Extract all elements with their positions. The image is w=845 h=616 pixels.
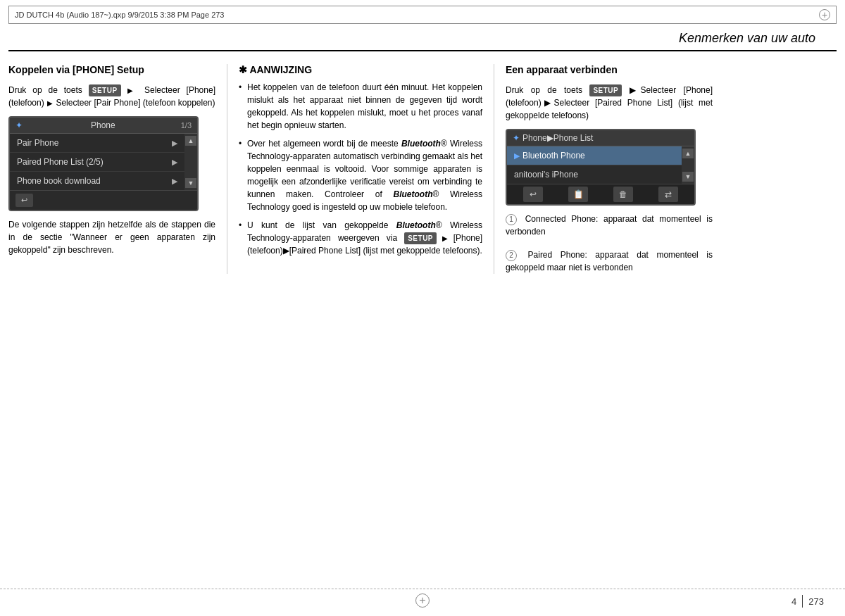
left-arrow2: ▶ [47, 99, 53, 107]
right-transfer-btn[interactable]: ⇄ [658, 187, 678, 202]
row-text-iphone: anitooni's iPhone [514, 170, 675, 180]
left-screen-rows: Pair Phone ▶ Paired Phone List (2/5) ▶ P… [10, 134, 184, 190]
left-screen-bluetooth-icon: ✦ [15, 120, 23, 130]
legend-text-2: Paired Phone: apparaat dat momenteel is … [506, 250, 713, 272]
right-setup-badge: SETUP [589, 84, 622, 96]
legend-badge-2: 2 [506, 250, 517, 261]
right-screen-rows: ▶ Bluetooth Phone anitooni's iPhone [507, 146, 682, 184]
bullet-2-text: Over het algemeen wordt bij de meeste Bl… [247, 139, 482, 212]
page-section: 4 [791, 596, 796, 607]
left-back-btn[interactable]: ↩ [15, 194, 33, 207]
row-text-bluetooth-phone: Bluetooth Phone [522, 151, 675, 161]
left-screen-footer: ↩ [10, 190, 197, 210]
page-num: 273 [808, 596, 824, 607]
bullet-list: Het koppelen van de telefoon duurt één m… [239, 81, 482, 257]
row-arrow-paired-list: ▶ [172, 158, 177, 167]
header-crosshair [819, 9, 830, 20]
right-scroll-down-btn[interactable]: ▼ [682, 172, 694, 182]
right-screen-body: ▶ Bluetooth Phone anitooni's iPhone ▲ ▼ [507, 146, 694, 184]
screen-row-pair-phone: Pair Phone ▶ [10, 134, 184, 153]
page-number-area: 4 273 [791, 595, 824, 608]
page-title-text: Kenmerken van uw auto [679, 31, 815, 45]
row-text-paired-list: Paired Phone List (2/5) [17, 157, 172, 167]
left-scroll-bar: ▲ ▼ [184, 134, 197, 190]
right-back-btn[interactable]: ↩ [523, 187, 543, 202]
right-screen-header: ✦ Phone▶Phone List [507, 130, 694, 146]
left-screen-title: Phone [91, 120, 115, 130]
scroll-up-btn[interactable]: ▲ [185, 136, 196, 146]
page-divider [802, 595, 803, 608]
left-screen-header: ✦ Phone 1/3 [10, 118, 197, 134]
left-screen-body: Pair Phone ▶ Paired Phone List (2/5) ▶ P… [10, 134, 197, 190]
right-section-title: Een apparaat verbinden [506, 64, 713, 75]
left-screen-pagenum: 1/3 [181, 121, 192, 130]
right-copy-btn[interactable]: 📋 [568, 187, 588, 202]
row-text-phonebook: Phone book download [17, 176, 172, 186]
center-column: ✱ AANWIJZING Het koppelen van de telefoo… [227, 64, 494, 274]
footer-crosshair: + [415, 593, 430, 608]
screen-row-phonebook: Phone book download ▶ [10, 172, 184, 190]
right-scroll-up-btn[interactable]: ▲ [682, 149, 694, 158]
left-setup-badge: SETUP [89, 84, 121, 96]
right-legend: 1 Connected Phone: apparaat dat momentee… [506, 213, 713, 274]
right-delete-btn[interactable]: 🗑 [613, 187, 633, 202]
screen-row-bluetooth-phone: ▶ Bluetooth Phone [507, 146, 682, 165]
note-box: ✱ AANWIJZING Het koppelen van de telefoo… [239, 64, 482, 257]
right-screen-mockup: ✦ Phone▶Phone List ▶ Bluetooth Phone ani… [506, 129, 696, 206]
page-title: Kenmerken van uw auto [8, 24, 837, 51]
left-arrow1: ▶ [127, 87, 137, 94]
right-screen-title: Phone▶Phone List [522, 133, 593, 143]
bullet-3-text: U kunt de lijst van gekoppelde Bluetooth… [247, 220, 482, 256]
legend-badge-1: 1 [506, 214, 517, 225]
left-column: Koppelen via [PHONE] Setup Druk op de to… [8, 64, 227, 274]
bullet-1: Het koppelen van de telefoon duurt één m… [239, 81, 482, 132]
left-screen-mockup: ✦ Phone 1/3 Pair Phone ▶ Paired Phone Li… [8, 116, 199, 211]
footer-crosshair-area: + [415, 593, 430, 608]
right-screen-footer: ↩ 📋 🗑 ⇄ [507, 184, 694, 204]
bullet-3: U kunt de lijst van gekoppelde Bluetooth… [239, 219, 482, 257]
bullet-1-text: Het koppelen van de telefoon duurt één m… [247, 82, 482, 130]
legend-item-2: 2 Paired Phone: apparaat dat momenteel i… [506, 249, 713, 274]
content-area: Koppelen via [PHONE] Setup Druk op de to… [8, 51, 837, 274]
legend-item-1: 1 Connected Phone: apparaat dat momentee… [506, 213, 713, 238]
screen-row-iphone: anitooni's iPhone [507, 165, 682, 184]
screen-row-paired-list: Paired Phone List (2/5) ▶ [10, 153, 184, 172]
right-scroll-bar: ▲ ▼ [682, 146, 694, 184]
row-text-pair: Pair Phone [17, 138, 172, 148]
right-screen-bluetooth-icon: ✦ [513, 133, 520, 143]
note-title-text: AANWIJZING [249, 64, 312, 75]
left-body1: Druk op de toets [8, 85, 82, 95]
header-bar: JD DUTCH 4b (Audio 187~).qxp 9/9/2015 3:… [8, 6, 837, 24]
row-arrow-phonebook: ▶ [172, 177, 177, 186]
right-body-intro: Druk op de toets SETUP ▶Selecteer [Phone… [506, 84, 713, 122]
left-body4: De volgende stappen zijn hetzelfde als d… [8, 218, 215, 256]
connected-icon: ▶ [514, 151, 520, 161]
note-title: ✱ AANWIJZING [239, 64, 482, 75]
note-asterisk: ✱ [239, 64, 247, 75]
left-section-title: Koppelen via [PHONE] Setup [8, 64, 215, 75]
bullet-2: Over het algemeen wordt bij de meeste Bl… [239, 137, 482, 213]
scroll-down-btn[interactable]: ▼ [185, 178, 196, 188]
left-body3: Selecteer [Pair Phone] (telefoon koppele… [56, 98, 215, 108]
header-text: JD DUTCH 4b (Audio 187~).qxp 9/9/2015 3:… [15, 11, 224, 19]
legend-text-1: Connected Phone: apparaat dat momenteel … [506, 214, 713, 237]
right-column: Een apparaat verbinden Druk op de toets … [494, 64, 713, 274]
row-arrow-pair: ▶ [172, 139, 177, 148]
right-body1: Druk op de toets [506, 85, 582, 95]
left-body-intro: Druk op de toets SETUP ▶ Selecteer [Phon… [8, 84, 215, 109]
